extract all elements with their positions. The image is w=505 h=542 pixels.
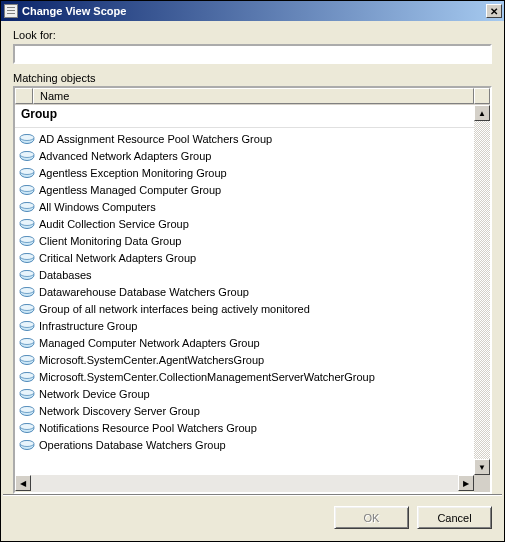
scroll-left-button[interactable]: ◀ — [15, 475, 31, 491]
group-icon — [19, 371, 35, 383]
dialog-content: Look for: Matching objects Name Group AD… — [1, 21, 504, 494]
list-item[interactable]: All Windows Computers — [15, 198, 490, 215]
cancel-button[interactable]: Cancel — [417, 506, 492, 529]
list-item[interactable]: Microsoft.SystemCenter.AgentWatchersGrou… — [15, 351, 490, 368]
list-item[interactable]: Client Monitoring Data Group — [15, 232, 490, 249]
close-button[interactable]: ✕ — [486, 4, 502, 18]
svg-point-1 — [20, 134, 34, 140]
list-item-label: Agentless Managed Computer Group — [39, 184, 221, 196]
column-header-name[interactable]: Name — [33, 88, 474, 104]
svg-point-23 — [20, 321, 34, 327]
horizontal-scrollbar[interactable]: ◀ ▶ — [15, 475, 474, 492]
svg-point-21 — [20, 304, 34, 310]
list-item[interactable]: Group of all network interfaces being ac… — [15, 300, 490, 317]
group-icon — [19, 422, 35, 434]
group-icon — [19, 320, 35, 332]
list-item-label: Client Monitoring Data Group — [39, 235, 181, 247]
group-icon — [19, 167, 35, 179]
list-item-label: Network Device Group — [39, 388, 150, 400]
list-item-label: Databases — [39, 269, 92, 281]
group-icon — [19, 252, 35, 264]
group-icon — [19, 388, 35, 400]
svg-point-27 — [20, 355, 34, 361]
app-icon — [4, 4, 18, 18]
list-body: Group AD Assignment Resource Pool Watche… — [15, 105, 490, 492]
list-item[interactable]: Infrastructure Group — [15, 317, 490, 334]
matching-objects-label: Matching objects — [13, 72, 492, 84]
group-icon — [19, 337, 35, 349]
svg-point-7 — [20, 185, 34, 191]
column-header-row: Name — [15, 88, 490, 105]
group-icon — [19, 150, 35, 162]
svg-point-37 — [20, 440, 34, 446]
svg-point-3 — [20, 151, 34, 157]
group-icon — [19, 184, 35, 196]
scroll-right-button[interactable]: ▶ — [458, 475, 474, 491]
group-icon — [19, 439, 35, 451]
svg-point-31 — [20, 389, 34, 395]
svg-point-25 — [20, 338, 34, 344]
vscroll-track[interactable] — [474, 121, 490, 459]
list-item-label: AD Assignment Resource Pool Watchers Gro… — [39, 133, 272, 145]
list-item[interactable]: Notifications Resource Pool Watchers Gro… — [15, 419, 490, 436]
group-icon — [19, 354, 35, 366]
list-item-label: Group of all network interfaces being ac… — [39, 303, 310, 315]
scroll-up-button[interactable]: ▲ — [474, 105, 490, 121]
scrollbar-corner — [474, 475, 490, 492]
scroll-down-button[interactable]: ▼ — [474, 459, 490, 475]
svg-point-33 — [20, 406, 34, 412]
list-item[interactable]: Microsoft.SystemCenter.CollectionManagem… — [15, 368, 490, 385]
hscroll-track[interactable] — [31, 475, 458, 492]
list-item[interactable]: Advanced Network Adapters Group — [15, 147, 490, 164]
svg-point-11 — [20, 219, 34, 225]
group-icon — [19, 218, 35, 230]
group-header: Group — [15, 105, 490, 128]
vertical-scrollbar[interactable]: ▲ ▼ — [474, 105, 490, 475]
list-item-label: Managed Computer Network Adapters Group — [39, 337, 260, 349]
list-item[interactable]: Datawarehouse Database Watchers Group — [15, 283, 490, 300]
search-input[interactable] — [13, 44, 492, 64]
look-for-label: Look for: — [13, 29, 492, 41]
list-item-label: Datawarehouse Database Watchers Group — [39, 286, 249, 298]
svg-point-29 — [20, 372, 34, 378]
list-item-label: Microsoft.SystemCenter.AgentWatchersGrou… — [39, 354, 264, 366]
list-item[interactable]: Operations Database Watchers Group — [15, 436, 490, 453]
group-icon — [19, 303, 35, 315]
list-item[interactable]: Critical Network Adapters Group — [15, 249, 490, 266]
group-icon — [19, 405, 35, 417]
group-icon — [19, 286, 35, 298]
list-item-label: Audit Collection Service Group — [39, 218, 189, 230]
close-icon: ✕ — [490, 6, 498, 17]
group-icon — [19, 133, 35, 145]
list-item-label: Operations Database Watchers Group — [39, 439, 226, 451]
list-item[interactable]: Databases — [15, 266, 490, 283]
list-item-label: Notifications Resource Pool Watchers Gro… — [39, 422, 257, 434]
group-icon — [19, 201, 35, 213]
list-item[interactable]: Audit Collection Service Group — [15, 215, 490, 232]
svg-point-35 — [20, 423, 34, 429]
window-title: Change View Scope — [22, 5, 486, 17]
list-item[interactable]: AD Assignment Resource Pool Watchers Gro… — [15, 130, 490, 147]
list-item-label: All Windows Computers — [39, 201, 156, 213]
list-item[interactable]: Managed Computer Network Adapters Group — [15, 334, 490, 351]
titlebar: Change View Scope ✕ — [1, 1, 504, 21]
svg-point-5 — [20, 168, 34, 174]
list-item[interactable]: Network Discovery Server Group — [15, 402, 490, 419]
group-icon — [19, 235, 35, 247]
svg-point-17 — [20, 270, 34, 276]
list-item-label: Network Discovery Server Group — [39, 405, 200, 417]
results-list: Name Group AD Assignment Resource Pool W… — [13, 86, 492, 494]
column-header-spacer — [474, 88, 490, 104]
column-header-name-label: Name — [40, 90, 69, 102]
list-item-label: Infrastructure Group — [39, 320, 137, 332]
list-item-label: Critical Network Adapters Group — [39, 252, 196, 264]
list-item[interactable]: Network Device Group — [15, 385, 490, 402]
column-header-icon[interactable] — [15, 88, 33, 104]
ok-button[interactable]: OK — [334, 506, 409, 529]
list-item[interactable]: Agentless Exception Monitoring Group — [15, 164, 490, 181]
list-item-label: Microsoft.SystemCenter.CollectionManagem… — [39, 371, 375, 383]
rows-container: AD Assignment Resource Pool Watchers Gro… — [15, 130, 490, 453]
svg-point-19 — [20, 287, 34, 293]
svg-point-13 — [20, 236, 34, 242]
list-item[interactable]: Agentless Managed Computer Group — [15, 181, 490, 198]
